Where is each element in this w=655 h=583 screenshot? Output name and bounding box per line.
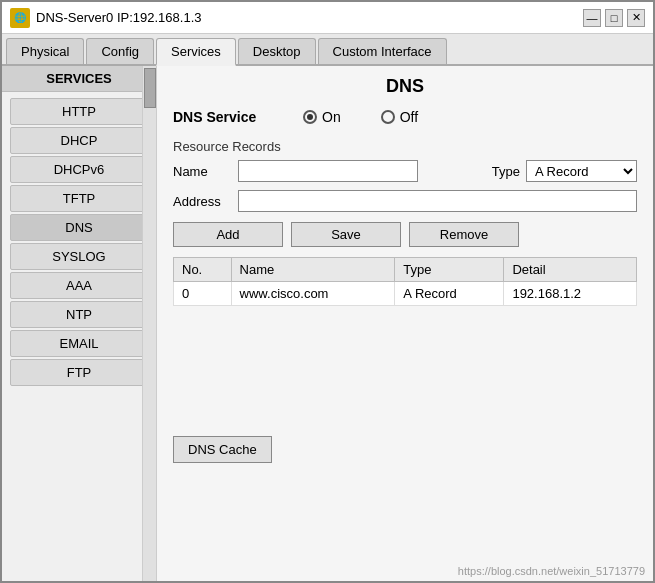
window-title: DNS-Server0 IP:192.168.1.3 [36,10,201,25]
content-area: DNS DNS Service On Off Resource Records [157,66,653,581]
sidebar-item-ntp[interactable]: NTP [10,301,148,328]
dns-cache-section: DNS Cache [173,426,637,463]
remove-button[interactable]: Remove [409,222,519,247]
table-header-row: No. Name Type Detail [174,258,637,282]
sidebar: SERVICES HTTP DHCP DHCPv6 TFTP DNS SYSLO… [2,66,157,581]
title-bar: 🌐 DNS-Server0 IP:192.168.1.3 — □ ✕ [2,2,653,34]
save-button[interactable]: Save [291,222,401,247]
sidebar-item-dhcp[interactable]: DHCP [10,127,148,154]
app-icon: 🌐 [10,8,30,28]
minimize-button[interactable]: — [583,9,601,27]
col-name: Name [231,258,395,282]
cell-detail: 192.168.1.2 [504,282,637,306]
main-content: SERVICES HTTP DHCP DHCPv6 TFTP DNS SYSLO… [2,66,653,581]
sidebar-item-ftp[interactable]: FTP [10,359,148,386]
col-no: No. [174,258,232,282]
radio-off-option[interactable]: Off [381,109,418,125]
tab-services[interactable]: Services [156,38,236,66]
close-button[interactable]: ✕ [627,9,645,27]
col-detail: Detail [504,258,637,282]
type-group: Type A Record AAAA Record CNAME NS MX SO… [492,160,637,182]
sidebar-item-tftp[interactable]: TFTP [10,185,148,212]
sidebar-title: SERVICES [2,66,156,92]
dns-service-label: DNS Service [173,109,283,125]
name-input[interactable] [238,160,418,182]
title-left: 🌐 DNS-Server0 IP:192.168.1.3 [10,8,201,28]
add-button[interactable]: Add [173,222,283,247]
dns-service-row: DNS Service On Off [173,109,637,125]
type-label: Type [492,164,520,179]
sidebar-item-syslog[interactable]: SYSLOG [10,243,148,270]
buttons-row: Add Save Remove [173,222,637,247]
sidebar-item-dns[interactable]: DNS [10,214,148,241]
radio-off-circle[interactable] [381,110,395,124]
sidebar-item-http[interactable]: HTTP [10,98,148,125]
col-type: Type [395,258,504,282]
table-row[interactable]: 0 www.cisco.com A Record 192.168.1.2 [174,282,637,306]
resource-records-label: Resource Records [173,139,637,154]
sidebar-item-aaa[interactable]: AAA [10,272,148,299]
address-label: Address [173,194,228,209]
radio-on-circle[interactable] [303,110,317,124]
tab-physical[interactable]: Physical [6,38,84,64]
records-table: No. Name Type Detail 0 www.cisco.com A R… [173,257,637,306]
dns-cache-button[interactable]: DNS Cache [173,436,272,463]
address-row: Address [173,190,637,212]
cell-no: 0 [174,282,232,306]
tabs-bar: Physical Config Services Desktop Custom … [2,34,653,66]
title-controls: — □ ✕ [583,9,645,27]
scroll-thumb[interactable] [144,68,156,108]
cell-name: www.cisco.com [231,282,395,306]
tab-custom-interface[interactable]: Custom Interface [318,38,447,64]
window: 🌐 DNS-Server0 IP:192.168.1.3 — □ ✕ Physi… [0,0,655,583]
radio-group: On Off [303,109,418,125]
maximize-button[interactable]: □ [605,9,623,27]
radio-on-option[interactable]: On [303,109,341,125]
tab-config[interactable]: Config [86,38,154,64]
name-type-row: Name Type A Record AAAA Record CNAME NS … [173,160,637,182]
sidebar-scrollbar[interactable] [142,66,156,581]
watermark: https://blog.csdn.net/weixin_51713779 [458,565,645,577]
radio-on-label: On [322,109,341,125]
cell-type: A Record [395,282,504,306]
dns-title: DNS [173,76,637,97]
type-select[interactable]: A Record AAAA Record CNAME NS MX SOA [526,160,637,182]
radio-off-label: Off [400,109,418,125]
sidebar-item-dhcpv6[interactable]: DHCPv6 [10,156,148,183]
name-label: Name [173,164,228,179]
sidebar-item-email[interactable]: EMAIL [10,330,148,357]
tab-desktop[interactable]: Desktop [238,38,316,64]
address-input[interactable] [238,190,637,212]
